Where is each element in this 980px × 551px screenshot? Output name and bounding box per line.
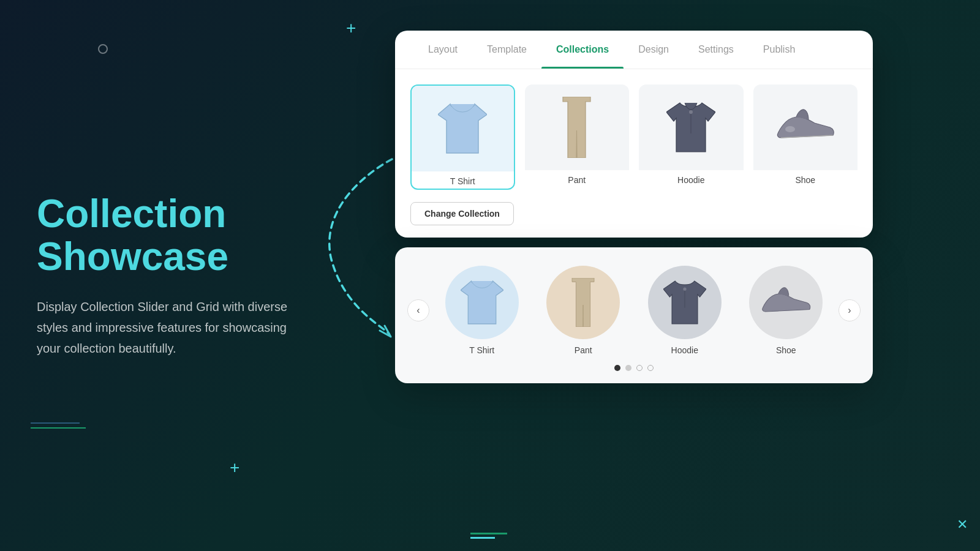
tab-design[interactable]: Design bbox=[624, 31, 684, 69]
product-label-tshirt: T Shirt bbox=[412, 171, 514, 189]
product-card-tshirt: T Shirt bbox=[410, 84, 515, 190]
slider-hoodie-icon bbox=[663, 278, 706, 327]
slider-label-pant: Pant bbox=[537, 345, 630, 355]
left-panel: Collection Showcase Display Collection S… bbox=[0, 0, 380, 551]
product-image-hoodie bbox=[639, 84, 744, 170]
hoodie-icon bbox=[666, 100, 715, 155]
pant-icon bbox=[560, 97, 594, 158]
close-decoration-bottom-right: ✕ bbox=[957, 517, 968, 533]
tab-settings[interactable]: Settings bbox=[684, 31, 748, 69]
slider-row: ‹ T Shirt bbox=[407, 266, 861, 355]
slider-items: T Shirt Pant bbox=[435, 266, 832, 355]
svg-point-2 bbox=[785, 126, 795, 132]
page-description: Display Collection Slider and Grid with … bbox=[37, 296, 306, 359]
slider-label-tshirt: T Shirt bbox=[435, 345, 529, 355]
slider-dots bbox=[407, 365, 861, 371]
tab-template[interactable]: Template bbox=[472, 31, 541, 69]
slider-image-shoe bbox=[749, 266, 823, 339]
slider-image-tshirt bbox=[445, 266, 519, 339]
tab-layout[interactable]: Layout bbox=[413, 31, 472, 69]
slider-tshirt-icon bbox=[461, 278, 503, 327]
product-grid: T Shirt Pant bbox=[410, 84, 858, 190]
slider-shoe-icon bbox=[760, 283, 812, 323]
tab-publish[interactable]: Publish bbox=[748, 31, 810, 69]
tab-nav: Layout Template Collections Design Setti… bbox=[395, 31, 873, 69]
product-label-pant: Pant bbox=[525, 170, 630, 187]
change-collection-button[interactable]: Change Collection bbox=[410, 202, 514, 225]
product-image-pant bbox=[525, 84, 630, 170]
slider-next-button[interactable]: › bbox=[839, 299, 861, 321]
tshirt-icon bbox=[438, 101, 487, 156]
lines-decoration-bottom bbox=[470, 533, 507, 539]
right-panel: Layout Template Collections Design Setti… bbox=[395, 31, 873, 383]
product-card-shoe: Shoe bbox=[753, 84, 858, 190]
slider-dot-1[interactable] bbox=[614, 365, 620, 371]
slider-item-hoodie: Hoodie bbox=[638, 266, 731, 355]
product-image-tshirt bbox=[412, 86, 514, 171]
slider-label-shoe: Shoe bbox=[740, 345, 833, 355]
slider-dot-2[interactable] bbox=[625, 365, 631, 371]
slider-prev-button[interactable]: ‹ bbox=[407, 299, 429, 321]
tab-collections[interactable]: Collections bbox=[541, 31, 624, 69]
product-card-pant: Pant bbox=[525, 84, 630, 190]
svg-point-3 bbox=[683, 288, 686, 291]
slider-dot-3[interactable] bbox=[636, 365, 643, 371]
grid-section: T Shirt Pant bbox=[395, 69, 873, 238]
page-title: Collection Showcase bbox=[37, 192, 343, 279]
product-label-hoodie: Hoodie bbox=[639, 170, 744, 187]
slider-image-hoodie bbox=[648, 266, 722, 339]
slider-item-tshirt: T Shirt bbox=[435, 266, 529, 355]
slider-label-hoodie: Hoodie bbox=[638, 345, 731, 355]
product-card-hoodie: Hoodie bbox=[639, 84, 744, 190]
slider-pant-icon bbox=[568, 278, 598, 327]
slider-dot-4[interactable] bbox=[647, 365, 654, 371]
slider-card: ‹ T Shirt bbox=[395, 247, 873, 383]
slider-image-pant bbox=[546, 266, 620, 339]
product-image-shoe bbox=[753, 84, 858, 170]
slider-item-pant: Pant bbox=[537, 266, 630, 355]
svg-point-0 bbox=[689, 110, 693, 114]
shoe-icon bbox=[775, 106, 836, 149]
slider-item-shoe: Shoe bbox=[740, 266, 833, 355]
main-card: Layout Template Collections Design Setti… bbox=[395, 31, 873, 238]
product-label-shoe: Shoe bbox=[753, 170, 858, 187]
